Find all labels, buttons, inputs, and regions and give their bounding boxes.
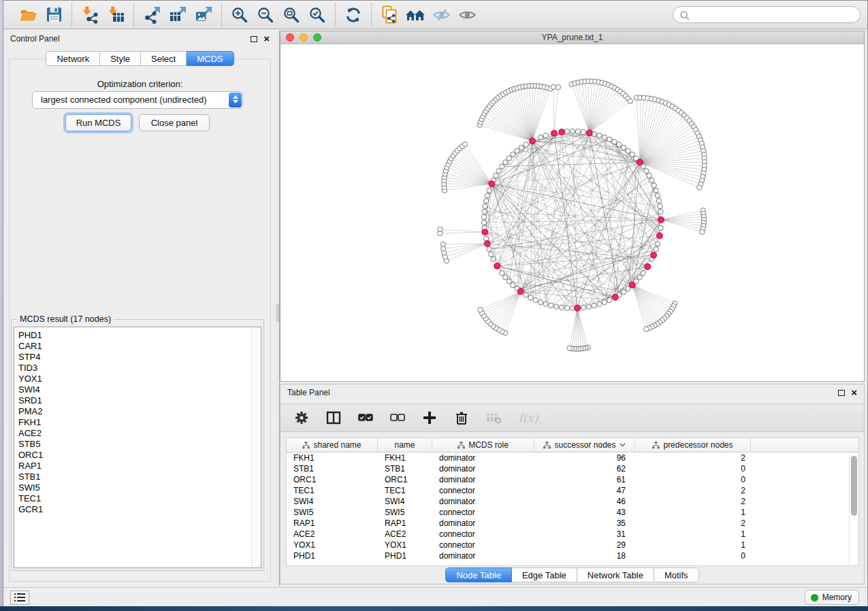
tab-mcds[interactable]: MCDS	[187, 51, 234, 66]
table-row[interactable]: FKH1FKH1dominator962	[287, 452, 858, 463]
column-header-predecessors[interactable]: predecessor nodes	[635, 438, 751, 452]
deselect-all-button[interactable]	[389, 409, 406, 427]
import-network-button[interactable]	[78, 3, 101, 27]
add-column-button[interactable]	[421, 409, 438, 427]
cell-role: dominator	[432, 463, 534, 474]
cell-name: YOX1	[378, 540, 432, 550]
mcds-result-item[interactable]: TEC1	[14, 493, 261, 504]
float-panel-icon[interactable]	[251, 36, 257, 42]
mcds-result-item[interactable]: TID3	[14, 363, 261, 374]
status-list-button[interactable]	[10, 591, 29, 605]
open-file-button[interactable]	[16, 3, 39, 27]
table-row[interactable]: SWI4SWI4dominator462	[287, 496, 858, 507]
memory-button[interactable]: Memory	[805, 590, 859, 605]
export-table-icon	[169, 5, 187, 24]
table-row[interactable]: RAP1RAP1dominator352	[287, 518, 858, 529]
search-input[interactable]	[673, 6, 861, 23]
column-header-role[interactable]: MCDS role	[432, 438, 534, 452]
mcds-result-item[interactable]: ACE2	[14, 428, 261, 439]
app-window: Control Panel NetworkStyleSelectMCDS Opt…	[3, 0, 868, 606]
tab-node-table[interactable]: Node Table	[445, 567, 512, 582]
tab-edge-table[interactable]: Edge Table	[512, 567, 577, 582]
main-toolbar	[3, 1, 867, 29]
cell-predecessors: 2	[635, 485, 751, 496]
network-view-canvas[interactable]	[280, 44, 864, 381]
mcds-result-item[interactable]: STB1	[14, 472, 261, 482]
mcds-result-item[interactable]: CAR1	[14, 341, 261, 352]
zoom-selected-button[interactable]	[306, 3, 329, 27]
mcds-result-item[interactable]: GCR1	[14, 504, 261, 515]
import-table-button[interactable]	[104, 3, 127, 27]
criterion-dropdown[interactable]: largest connected component (undirected)	[32, 91, 243, 109]
table-row[interactable]: YOX1YOX1connector291	[287, 540, 858, 550]
mcds-result-item[interactable]: PMA2	[14, 406, 261, 417]
delete-column-button[interactable]	[453, 409, 470, 427]
memory-button-label: Memory	[822, 593, 852, 602]
maximize-window-icon[interactable]	[313, 33, 321, 42]
split-panel-button[interactable]	[325, 409, 342, 427]
toolbar-group	[335, 3, 371, 27]
mcds-result-item[interactable]: YOX1	[14, 374, 261, 384]
table-row[interactable]: STB1STB1dominator620	[287, 463, 858, 474]
cell-role: dominator	[432, 474, 534, 485]
table-row[interactable]: SWI5SWI5connector431	[287, 507, 858, 518]
export-network-button[interactable]	[140, 3, 163, 27]
mcds-result-item[interactable]: RAP1	[14, 461, 261, 472]
show-all-button[interactable]	[455, 3, 479, 27]
save-session-button[interactable]	[42, 3, 65, 27]
column-header-name[interactable]: name	[378, 438, 432, 452]
close-window-icon[interactable]	[286, 33, 294, 42]
table-scrollbar[interactable]	[849, 453, 858, 565]
float-table-panel-icon[interactable]	[838, 390, 845, 396]
mcds-result-item[interactable]: PHD1	[14, 330, 261, 341]
export-image-button[interactable]	[192, 3, 215, 27]
cell-successors: 46	[534, 496, 635, 507]
close-table-panel-icon[interactable]	[851, 389, 857, 396]
search-icon	[679, 10, 690, 20]
refresh-layout-button[interactable]	[342, 3, 365, 27]
column-header-successors[interactable]: successor nodes	[534, 438, 635, 452]
table-scrollbar-thumb[interactable]	[851, 456, 857, 516]
duplicate-network-button[interactable]	[378, 3, 401, 27]
first-neighbors-button[interactable]	[404, 3, 427, 27]
close-panel-button[interactable]: Close panel	[139, 114, 210, 131]
memory-status-icon	[811, 594, 818, 601]
mcds-result-item[interactable]: STB5	[14, 439, 261, 450]
show-all-icon	[458, 6, 477, 24]
table-panel-tabs: Node TableEdge TableNetwork TableMotifs	[280, 567, 864, 582]
table-column-icon	[652, 442, 660, 449]
zoom-in-button[interactable]	[228, 3, 251, 27]
tab-network-table[interactable]: Network Table	[577, 567, 654, 582]
tab-style[interactable]: Style	[100, 51, 141, 66]
splitter-handle-icon[interactable]	[276, 304, 279, 322]
cell-predecessors: 0	[635, 474, 751, 485]
cell-predecessors: 1	[635, 540, 751, 550]
close-panel-icon[interactable]	[263, 35, 270, 42]
tab-select[interactable]: Select	[141, 51, 187, 66]
mcds-result-item[interactable]: SWI4	[14, 384, 261, 395]
mcds-result-groupbox: MCDS result (17 nodes) PHD1CAR1STP4TID3Y…	[11, 319, 264, 571]
mcds-result-item[interactable]: SWI5	[14, 482, 261, 493]
tab-network[interactable]: Network	[46, 51, 100, 66]
select-all-button[interactable]	[357, 409, 374, 427]
zoom-out-button[interactable]	[254, 3, 277, 27]
table-row[interactable]: ORC1ORC1dominator610	[287, 474, 858, 485]
run-mcds-button[interactable]: Run MCDS	[65, 114, 131, 131]
column-header-shared_name[interactable]: shared name	[287, 438, 378, 452]
mcds-result-item[interactable]: SRD1	[14, 395, 261, 406]
table-row[interactable]: ACE2ACE2connector311	[287, 529, 858, 540]
zoom-fit-button[interactable]	[280, 3, 303, 27]
settings-button[interactable]	[293, 409, 310, 427]
export-table-button[interactable]	[166, 3, 189, 27]
table-row[interactable]: PHD1PHD1dominator180	[287, 550, 858, 561]
table-row[interactable]: TEC1TEC1connector472	[287, 485, 858, 496]
minimize-window-icon[interactable]	[300, 33, 308, 42]
mcds-result-item[interactable]: STP4	[14, 352, 261, 363]
table-body: FKH1FKH1dominator962STB1STB1dominator620…	[287, 452, 858, 561]
mcds-result-item[interactable]: ORC1	[14, 450, 261, 461]
table-header-row: shared namenameMCDS rolesuccessor nodesp…	[287, 438, 858, 452]
tab-motifs[interactable]: Motifs	[654, 567, 699, 582]
hide-selected-button[interactable]	[430, 3, 453, 27]
mcds-result-scrollbar[interactable]	[251, 328, 260, 567]
mcds-result-item[interactable]: FKH1	[14, 417, 261, 428]
